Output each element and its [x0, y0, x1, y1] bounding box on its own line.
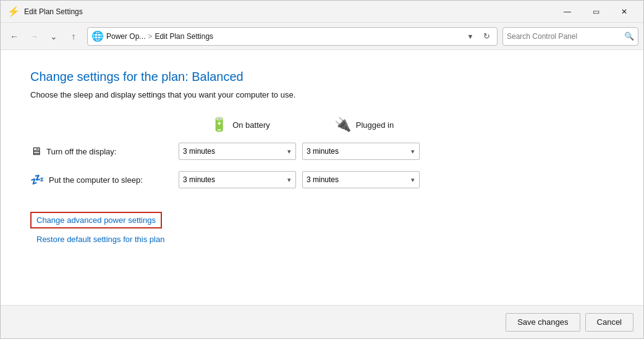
window-icon: ⚡ [8, 6, 19, 17]
window-title: Edit Plan Settings [24, 7, 83, 16]
settings-grid: 🔋 On battery 🔌 Plugged in 🖥 Turn off the… [30, 117, 614, 199]
sleep-battery-select-wrapper: 1 minute 2 minutes 3 minutes 5 minutes 1… [179, 171, 296, 188]
plugged-icon: 🔌 [334, 117, 351, 133]
address-icon: 🌐 [91, 30, 104, 42]
search-bar[interactable]: 🔍 [502, 27, 638, 46]
advanced-power-settings-link[interactable]: Change advanced power settings [30, 212, 162, 228]
search-icon[interactable]: 🔍 [624, 31, 634, 41]
close-button[interactable]: ✕ [610, 1, 638, 23]
display-setting-row: 🖥 Turn off the display: 1 minute 2 minut… [30, 143, 614, 160]
title-bar-controls: — ▭ ✕ [553, 1, 638, 23]
navigation-bar: ← → ⌄ ↑ 🌐 Power Op... > Edit Plan Settin… [1, 23, 643, 50]
restore-defaults-link[interactable]: Restore default settings for this plan [36, 235, 614, 244]
display-battery-select-wrapper: 1 minute 2 minutes 3 minutes 5 minutes 1… [179, 143, 296, 160]
address-dropdown-icon[interactable]: ▼ [464, 30, 477, 43]
breadcrumb-separator: > [148, 32, 152, 41]
display-label-text: Turn off the display: [46, 147, 116, 156]
cancel-button[interactable]: Cancel [585, 313, 633, 332]
footer: Save changes Cancel [1, 305, 643, 338]
page-subtitle: Choose the sleep and display settings th… [30, 90, 614, 99]
breadcrumb-1[interactable]: Power Op... [106, 32, 145, 41]
links-section: Change advanced power settings Restore d… [30, 212, 614, 244]
sleep-label-text: Put the computer to sleep: [49, 175, 143, 185]
save-changes-button[interactable]: Save changes [506, 313, 580, 332]
forward-button[interactable]: → [25, 28, 43, 45]
title-bar: ⚡ Edit Plan Settings — ▭ ✕ [1, 1, 643, 23]
address-bar: 🌐 Power Op... > Edit Plan Settings ▼ ↻ [87, 27, 498, 46]
display-icon: 🖥 [30, 145, 41, 158]
maximize-button[interactable]: ▭ [582, 1, 610, 23]
display-setting-label: 🖥 Turn off the display: [30, 145, 179, 158]
sleep-battery-select[interactable]: 1 minute 2 minutes 3 minutes 5 minutes 1… [179, 171, 296, 188]
sleep-plugged-select[interactable]: 1 minute 2 minutes 3 minutes 5 minutes 1… [302, 171, 420, 188]
sleep-selects: 1 minute 2 minutes 3 minutes 5 minutes 1… [179, 171, 426, 188]
search-input[interactable] [507, 32, 622, 41]
plugged-label: Plugged in [356, 120, 394, 130]
minimize-button[interactable]: — [553, 1, 582, 23]
display-plugged-select[interactable]: 1 minute 2 minutes 3 minutes 5 minutes 1… [302, 143, 420, 160]
refresh-button[interactable]: ↻ [480, 30, 493, 43]
battery-icon: 🔋 [211, 117, 227, 133]
up-button[interactable]: ↑ [65, 28, 82, 45]
page-title: Change settings for the plan: Balanced [30, 70, 614, 84]
recent-pages-button[interactable]: ⌄ [45, 28, 62, 45]
title-bar-left: ⚡ Edit Plan Settings [8, 6, 83, 17]
sleep-setting-label: 💤 Put the computer to sleep: [30, 173, 179, 186]
display-plugged-select-wrapper: 1 minute 2 minutes 3 minutes 5 minutes 1… [302, 143, 420, 160]
main-window: ⚡ Edit Plan Settings — ▭ ✕ ← → ⌄ ↑ 🌐 Pow… [0, 0, 644, 339]
sleep-icon: 💤 [30, 173, 44, 186]
breadcrumb-2[interactable]: Edit Plan Settings [155, 32, 213, 41]
battery-column-header: 🔋 On battery [179, 117, 302, 133]
sleep-plugged-select-wrapper: 1 minute 2 minutes 3 minutes 5 minutes 1… [302, 171, 420, 188]
sleep-setting-row: 💤 Put the computer to sleep: 1 minute 2 … [30, 171, 614, 188]
display-battery-select[interactable]: 1 minute 2 minutes 3 minutes 5 minutes 1… [179, 143, 296, 160]
content-area: Change settings for the plan: Balanced C… [1, 50, 643, 305]
back-button[interactable]: ← [6, 28, 23, 45]
plugged-column-header: 🔌 Plugged in [302, 117, 426, 133]
column-headers: 🔋 On battery 🔌 Plugged in [179, 117, 614, 133]
battery-label: On battery [232, 120, 270, 130]
address-content: Power Op... > Edit Plan Settings [106, 32, 461, 41]
display-selects: 1 minute 2 minutes 3 minutes 5 minutes 1… [179, 143, 426, 160]
